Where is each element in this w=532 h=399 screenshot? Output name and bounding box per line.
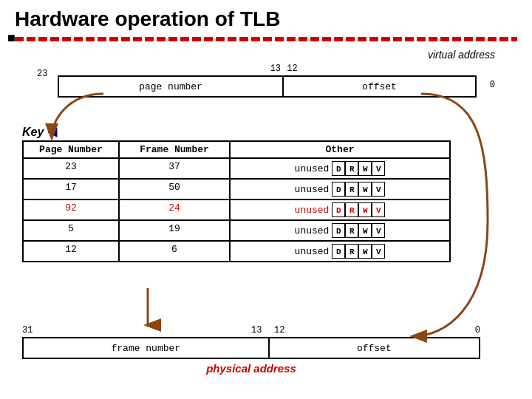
row1-frame: 37 <box>120 159 231 178</box>
physical-address-section: 31 13 12 0 frame number offset physical … <box>22 325 480 375</box>
row5-page: 12 <box>24 242 120 261</box>
virtual-address-label: virtual address <box>428 49 495 61</box>
physical-address-label: physical address <box>22 362 480 375</box>
va-offset-cell: offset <box>284 77 475 96</box>
col-page-header: Page Number <box>24 142 120 157</box>
col-frame-header: Frame Number <box>120 142 231 157</box>
row3-page: 92 <box>24 200 120 219</box>
row2-page: 17 <box>24 180 120 199</box>
table-row: 23 37 unused D R W V <box>22 157 451 178</box>
table-row: 17 50 unused D R W V <box>22 178 451 199</box>
page-container: Hardware operation of TLB virtual addres… <box>0 0 532 399</box>
row3-frame: 24 <box>120 200 231 219</box>
bullet-point: ■ <box>7 31 16 46</box>
virtual-address-section: virtual address <box>37 49 517 64</box>
va-box-wrapper: 13 12 page number offset <box>58 64 477 98</box>
row5-other: unused D R W V <box>231 242 449 261</box>
va-box: page number offset <box>58 75 477 98</box>
row2-frame: 50 <box>120 180 231 199</box>
row4-other: unused D R W V <box>231 221 449 240</box>
va-num-left: 23 <box>37 64 58 79</box>
pa-bit-13: 13 <box>251 325 262 335</box>
pa-num-right: 0 <box>475 325 480 335</box>
pa-bit-12: 12 <box>274 325 284 335</box>
page-title: Hardware operation of TLB <box>15 7 517 31</box>
row1-page: 23 <box>24 159 120 178</box>
tlb-table: Page Number Frame Number Other 23 37 unu… <box>22 140 451 262</box>
key-section: Key ◀ <box>22 122 58 142</box>
va-row: 23 13 12 page number offset 0 <box>37 64 495 98</box>
row3-other: unused D R W V <box>231 200 449 219</box>
pa-frame-cell: frame number <box>24 338 270 358</box>
va-page-number-cell: page number <box>59 77 284 96</box>
pa-offset-cell: offset <box>270 338 479 358</box>
row4-page: 5 <box>24 221 120 240</box>
row1-other: unused D R W V <box>231 159 449 178</box>
pa-box: frame number offset <box>22 337 480 359</box>
key-arrow-icon: ◀ <box>47 122 57 142</box>
va-bit-numbers: 13 12 <box>58 64 477 75</box>
va-bit-13: 13 <box>270 64 281 74</box>
va-num-right: 0 <box>477 64 495 90</box>
tlb-header-row: Page Number Frame Number Other <box>22 140 451 157</box>
divider <box>15 37 517 41</box>
table-row: 5 19 unused D R W V <box>22 219 451 240</box>
va-bit-12: 12 <box>287 64 297 74</box>
key-label: Key <box>22 126 44 139</box>
col-other-header: Other <box>231 142 449 157</box>
pa-bit-numbers: 31 13 12 0 <box>22 325 480 337</box>
table-row: 92 24 unused D R W V <box>22 199 451 219</box>
pa-num-left: 31 <box>22 325 33 335</box>
row2-other: unused D R W V <box>231 180 449 199</box>
row4-frame: 19 <box>120 221 231 240</box>
row5-frame: 6 <box>120 242 231 261</box>
table-row: 12 6 unused D R W V <box>22 240 451 262</box>
